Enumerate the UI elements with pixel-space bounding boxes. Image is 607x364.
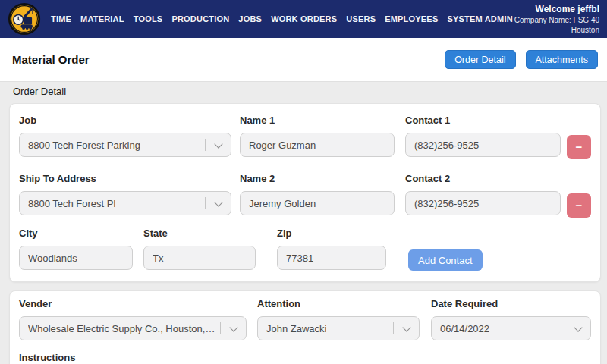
remove-contact2-button[interactable]: − (567, 193, 591, 218)
chevron-down-icon (574, 323, 582, 331)
nav-jobs[interactable]: JOBS (238, 14, 262, 24)
job-label: Job (19, 115, 231, 126)
ship-to-select[interactable]: 8800 Tech Forest Pl (19, 191, 231, 215)
job-field: Job 8800 Tech Forest Parking (19, 115, 231, 157)
nav-users[interactable]: USERS (346, 14, 376, 24)
nav-tools[interactable]: TOOLS (134, 14, 163, 24)
contact1-label: Contact 1 (405, 115, 561, 126)
city-input[interactable] (19, 246, 133, 270)
date-required-select[interactable]: 06/14/2022 (431, 316, 591, 340)
vender-select-value: Wholesale Electric Supply Co., Houston, … (28, 323, 215, 334)
nav-production[interactable]: PRODUCTION (171, 14, 229, 24)
contact1-input[interactable] (405, 133, 561, 157)
ship-to-select-value: 8800 Tech Forest Pl (28, 198, 115, 209)
job-select-value: 8800 Tech Forest Parking (28, 140, 140, 151)
date-required-select-value: 06/14/2022 (440, 323, 489, 334)
remove-contact1-button[interactable]: − (567, 135, 591, 159)
vender-field: Vender Wholesale Electric Supply Co., Ho… (19, 298, 247, 340)
zip-field: Zip (277, 228, 386, 270)
job-select[interactable]: 8800 Tech Forest Parking (19, 133, 231, 157)
name1-input[interactable] (240, 133, 395, 157)
chevron-down-icon (402, 323, 410, 331)
nav-time[interactable]: TIME (51, 14, 71, 24)
chevron-down-icon (229, 323, 237, 331)
user-info: Welcome jeffbl Company Name: FSG 40 Hous… (513, 4, 599, 35)
title-bar: Material Order Order Detail Attachments (0, 38, 607, 82)
state-field: State (143, 228, 256, 270)
city-label: City (19, 228, 133, 239)
welcome-text: Welcome jeffbl (513, 4, 599, 15)
attention-select[interactable]: John Zawacki (257, 316, 420, 340)
attachments-button[interactable]: Attachments (526, 50, 598, 69)
chevron-down-icon (214, 198, 222, 206)
nav-employees[interactable]: EMPLOYEES (385, 14, 438, 24)
attention-select-value: John Zawacki (266, 323, 326, 334)
contact2-input[interactable] (405, 191, 561, 215)
vender-card: Vender Wholesale Electric Supply Co., Ho… (9, 290, 601, 364)
nav-work-orders[interactable]: WORK ORDERS (271, 14, 337, 24)
vender-label: Vender (19, 298, 247, 309)
page-title: Material Order (12, 53, 90, 66)
zip-label: Zip (277, 228, 386, 239)
state-input[interactable] (143, 246, 256, 270)
contact2-label: Contact 2 (405, 173, 561, 184)
name2-label: Name 2 (240, 173, 395, 184)
date-required-field: Date Required 06/14/2022 (431, 298, 591, 340)
section-title: Order Detail (13, 86, 66, 97)
title-buttons: Order Detail Attachments (445, 50, 598, 69)
date-required-label: Date Required (431, 298, 591, 309)
attention-label: Attention (257, 298, 420, 309)
top-navbar: TIME MATERIAL TOOLS PRODUCTION JOBS WORK… (0, 0, 607, 38)
crane-logo-icon[interactable] (8, 2, 41, 36)
contact1-field: Contact 1 (405, 115, 561, 157)
name1-field: Name 1 (240, 115, 395, 157)
order-detail-button[interactable]: Order Detail (445, 50, 515, 69)
ship-to-label: Ship To Address (19, 173, 231, 184)
nav-material[interactable]: MATERIAL (80, 14, 124, 24)
city-field: City (19, 228, 133, 270)
name2-field: Name 2 (240, 173, 395, 215)
app-window: TIME MATERIAL TOOLS PRODUCTION JOBS WORK… (0, 0, 607, 364)
attention-field: Attention John Zawacki (257, 298, 420, 340)
vender-select[interactable]: Wholesale Electric Supply Co., Houston, … (19, 316, 247, 340)
nav-system-admin[interactable]: SYSTEM ADMIN (447, 14, 512, 24)
chevron-down-icon (214, 140, 222, 148)
order-detail-card: Job 8800 Tech Forest Parking Name 1 Cont… (9, 103, 601, 282)
name1-label: Name 1 (240, 115, 395, 126)
name2-input[interactable] (240, 191, 395, 215)
contact2-field: Contact 2 (405, 173, 561, 215)
state-label: State (143, 228, 256, 239)
instructions-label: Instructions (19, 352, 75, 363)
main-nav: TIME MATERIAL TOOLS PRODUCTION JOBS WORK… (51, 14, 513, 24)
ship-to-field: Ship To Address 8800 Tech Forest Pl (19, 173, 231, 215)
add-contact-button[interactable]: Add Contact (408, 249, 483, 271)
company-name-text: Company Name: FSG 40 Houston (513, 15, 599, 35)
zip-input[interactable] (277, 246, 386, 270)
